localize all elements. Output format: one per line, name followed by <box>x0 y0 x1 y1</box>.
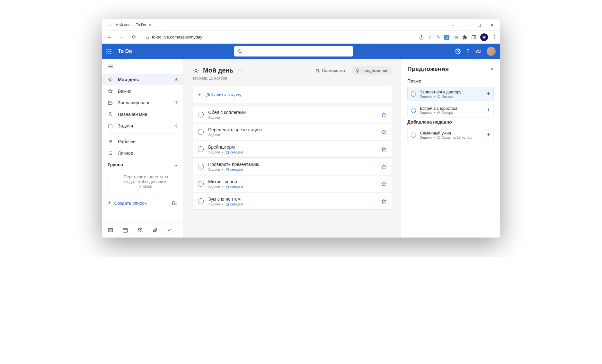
create-list-label: Создать список <box>114 201 147 206</box>
svg-line-65 <box>194 72 194 72</box>
sort-button[interactable]: Сортировка <box>312 66 348 75</box>
task-row[interactable]: Проверить презентацию Задачи • сегодня <box>193 159 392 175</box>
svg-marker-77 <box>382 182 386 186</box>
sidebar-item-important[interactable]: Важно <box>102 85 183 97</box>
panel-header: Предложения ✕ <box>407 65 494 73</box>
suggestions-button[interactable]: Предложения <box>352 66 392 75</box>
share-icon[interactable] <box>419 35 424 40</box>
browser-tab[interactable]: Мой день - To Do ✕ <box>104 20 157 30</box>
folder-add-icon[interactable] <box>172 200 178 206</box>
add-suggestion-icon[interactable]: + <box>487 107 490 114</box>
calendar-app-icon[interactable] <box>122 227 128 233</box>
close-window-button[interactable]: ✕ <box>486 21 498 30</box>
task-row[interactable]: Переделать презентацию Задачи <box>193 124 392 140</box>
suggestion-checkbox[interactable] <box>411 108 416 113</box>
task-row[interactable]: Брейншторм Задачи • сегодня <box>193 141 392 157</box>
mail-icon[interactable] <box>108 227 113 233</box>
task-row[interactable]: Митинг-репорт Задачи • сегодня <box>193 176 392 192</box>
task-meta: Задачи <box>208 116 377 119</box>
bookmark-star-icon[interactable]: ☆ <box>428 34 432 40</box>
new-tab-button[interactable]: + <box>159 22 162 28</box>
task-checkbox[interactable] <box>198 164 204 169</box>
close-tab-icon[interactable]: ✕ <box>148 22 153 28</box>
star-icon[interactable] <box>381 164 386 169</box>
sidebar-item-tasks[interactable]: Задачи 9 <box>102 120 183 132</box>
svg-point-58 <box>195 69 197 72</box>
add-suggestion-icon[interactable]: + <box>487 91 490 97</box>
suggestion-item[interactable]: Семейный ужин Задачи • Срок: пт, 18 нояб… <box>407 128 494 142</box>
more-options-icon[interactable]: ⋯ <box>237 67 243 74</box>
task-title: Проверить презентацию <box>208 162 377 167</box>
side-panel-icon[interactable] <box>471 35 476 40</box>
svg-rect-78 <box>226 203 228 205</box>
settings-icon[interactable] <box>455 48 461 54</box>
task-title: Митинг-репорт <box>208 179 377 184</box>
extension-translate-icon[interactable]: 文 <box>444 35 449 40</box>
suggestion-item[interactable]: Встреча с юристом Задачи • Завтра + <box>407 103 494 117</box>
add-suggestion-icon[interactable]: + <box>487 132 490 138</box>
reload-button[interactable]: ⟳ <box>129 33 138 42</box>
attachment-icon[interactable] <box>152 227 158 233</box>
address-bar[interactable]: to-do.live.com/tasks/myday <box>142 32 416 42</box>
sidebar-custom-list[interactable]: Личное <box>102 147 183 159</box>
task-checkbox[interactable] <box>198 129 204 135</box>
sidebar-item-label: Личное <box>118 151 133 156</box>
svg-line-61 <box>194 69 194 69</box>
browser-menu-icon[interactable]: ⋮ <box>492 34 497 40</box>
star-icon[interactable] <box>381 181 386 186</box>
megaphone-icon[interactable] <box>475 48 481 54</box>
minimize-button[interactable]: — <box>460 21 472 30</box>
task-checkbox[interactable] <box>198 181 204 187</box>
create-list-button[interactable]: + Создать список <box>102 195 183 211</box>
svg-line-19 <box>241 52 242 53</box>
suggestions-label: Предложения <box>362 68 388 73</box>
svg-rect-75 <box>226 186 228 188</box>
svg-text:文: 文 <box>446 36 449 39</box>
task-row[interactable]: Зум с клиентом Задачи • сегодня <box>193 193 392 209</box>
close-panel-icon[interactable]: ✕ <box>490 66 494 72</box>
star-icon[interactable] <box>381 147 386 152</box>
sidebar-group-toggle[interactable]: Группа ⌄ <box>102 159 183 170</box>
sidebar-item-label: Важно <box>118 89 131 94</box>
extension-feather-icon[interactable]: ✎ <box>436 34 440 40</box>
add-task-input[interactable]: + Добавить задачу <box>193 86 392 103</box>
chevron-down-icon[interactable]: ⌄ <box>447 21 459 30</box>
task-checkbox[interactable] <box>198 112 204 117</box>
sidebar-item-planned[interactable]: Запланировано 7 <box>102 97 183 108</box>
star-icon[interactable] <box>381 199 386 204</box>
browser-toolbar: ← → ⟳ to-do.live.com/tasks/myday ☆ ✎ 文 ⋮ <box>102 31 500 44</box>
people-icon[interactable] <box>137 227 143 233</box>
back-button[interactable]: ← <box>105 33 114 42</box>
maximize-button[interactable]: ▢ <box>473 21 485 30</box>
task-checkbox[interactable] <box>198 146 204 152</box>
suggestion-item[interactable]: Записаться к доктору Задачи • Завтра + <box>407 87 494 101</box>
suggestion-checkbox[interactable] <box>411 133 416 138</box>
suggestion-checkbox[interactable] <box>411 91 416 97</box>
task-row[interactable]: Обед с коллегами Задачи <box>193 107 392 123</box>
svg-point-12 <box>107 51 108 52</box>
sidebar-item-assigned[interactable]: Назначен мне <box>102 108 183 120</box>
svg-line-28 <box>111 81 112 81</box>
suggestion-meta: Задачи • Срок: пт, 18 ноября <box>420 135 483 139</box>
sidebar-custom-list[interactable]: Рабочее <box>102 136 183 147</box>
group-empty-hint: Перетащите элементы сюда, чтобы добавить… <box>108 170 183 193</box>
menu-toggle-icon[interactable] <box>102 59 183 74</box>
sidebar-item-myday[interactable]: Мой день 6 <box>102 74 183 85</box>
extension-camera-icon[interactable] <box>453 35 458 40</box>
task-checkbox[interactable] <box>198 198 204 204</box>
search-input[interactable] <box>234 46 353 56</box>
forward-button[interactable]: → <box>117 33 126 42</box>
star-icon[interactable] <box>381 129 386 134</box>
browser-profile-avatar[interactable] <box>480 33 488 41</box>
svg-rect-34 <box>108 101 112 105</box>
svg-marker-68 <box>382 130 386 134</box>
svg-point-18 <box>238 50 241 53</box>
extensions-puzzle-icon[interactable] <box>462 35 467 40</box>
app-launcher-icon[interactable] <box>106 49 111 54</box>
user-avatar[interactable] <box>487 47 496 56</box>
todo-app-icon[interactable] <box>167 227 173 233</box>
svg-rect-3 <box>454 36 458 39</box>
suggestion-meta: Задачи • Завтра <box>420 111 483 115</box>
help-icon[interactable]: ? <box>466 48 469 54</box>
star-icon[interactable] <box>381 112 386 117</box>
